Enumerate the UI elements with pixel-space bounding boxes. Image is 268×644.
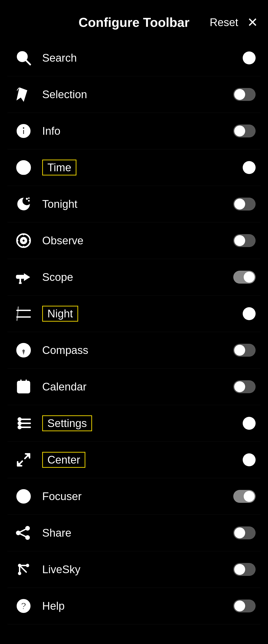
item-label-highlight-settings: Settings	[42, 415, 92, 431]
toolbar-item-focuser: Focuser	[7, 478, 261, 515]
item-label-tonight: Tonight	[35, 198, 233, 210]
share-icon	[12, 522, 35, 544]
toolbar-item-night: Night	[7, 296, 261, 332]
svg-point-12	[22, 239, 25, 242]
toggle-time[interactable]	[243, 161, 256, 174]
center-icon	[12, 449, 35, 471]
tonight-icon	[12, 193, 35, 215]
toggle-dot-tonight	[234, 198, 245, 210]
toggle-search[interactable]	[243, 52, 256, 64]
svg-point-9	[28, 198, 29, 198]
selection-icon	[12, 83, 35, 106]
toolbar-item-search: Search	[7, 40, 261, 76]
toolbar-item-settings: Settings	[7, 405, 261, 442]
toolbar-item-scope: Scope	[7, 259, 261, 296]
toolbar-item-selection: Selection	[7, 76, 261, 113]
item-label-settings: Settings	[35, 415, 243, 431]
night-icon	[12, 302, 35, 325]
toggle-scope[interactable]	[233, 271, 256, 284]
toggle-dot-observe	[234, 235, 245, 246]
svg-line-23	[17, 307, 18, 320]
svg-marker-18	[24, 274, 29, 280]
configure-toolbar-header: Configure Toolbar Reset ✕	[0, 0, 268, 40]
settings-icon	[12, 412, 35, 434]
svg-rect-27	[18, 382, 29, 393]
toggle-settings[interactable]	[243, 417, 256, 430]
svg-point-7	[26, 198, 27, 199]
toggle-dot-compass	[234, 345, 245, 356]
svg-line-45	[20, 529, 25, 532]
toggle-info[interactable]	[233, 124, 256, 138]
svg-point-41	[22, 494, 25, 498]
toolbar-item-share: Share	[7, 515, 261, 551]
item-label-selection: Selection	[35, 88, 233, 101]
toggle-dot-share	[234, 528, 245, 538]
item-label-highlight-time: Time	[42, 160, 76, 176]
toggle-help[interactable]	[233, 600, 256, 612]
toggle-dot-selection	[234, 89, 245, 100]
reset-button[interactable]: Reset	[210, 16, 238, 28]
toggle-center[interactable]	[243, 453, 256, 466]
toggle-dot-focuser	[244, 491, 255, 502]
toolbar-item-time: Time	[7, 150, 261, 186]
toolbar-item-center: Center	[7, 442, 261, 478]
item-label-calendar: Calendar	[35, 380, 233, 393]
item-label-livesky: LiveSky	[35, 563, 233, 576]
item-label-help: Help	[35, 600, 233, 612]
svg-rect-4	[23, 130, 24, 134]
info-icon	[12, 120, 35, 142]
toolbar-item-calendar: Calendar	[7, 368, 261, 405]
toggle-dot-calendar	[234, 381, 245, 392]
toggle-selection[interactable]	[233, 88, 256, 101]
toolbar-item-compass: Compass	[7, 332, 261, 368]
toolbar-item-tonight: Tonight	[7, 186, 261, 222]
compass-icon	[12, 339, 35, 362]
svg-line-1	[26, 60, 30, 64]
toggle-dot-livesky	[234, 564, 245, 575]
toggle-dot-info	[234, 126, 245, 136]
livesky-icon	[12, 558, 35, 580]
scope-icon	[12, 266, 35, 288]
toggle-observe[interactable]	[233, 234, 256, 247]
toolbar-item-livesky: LiveSky	[7, 551, 261, 588]
help-icon: ?	[12, 595, 35, 617]
svg-line-2	[17, 88, 19, 90]
svg-point-44	[16, 531, 20, 535]
toggle-calendar[interactable]	[233, 380, 256, 393]
item-label-center: Center	[35, 452, 243, 468]
item-label-focuser: Focuser	[35, 490, 233, 502]
toggle-tonight[interactable]	[233, 198, 256, 210]
toolbar-item-info: Info	[7, 113, 261, 150]
page-title: Configure Toolbar	[79, 15, 190, 30]
toggle-dot-help	[234, 600, 245, 612]
item-label-night: Night	[35, 306, 243, 322]
item-label-highlight-night: Night	[42, 306, 78, 322]
search-icon	[12, 47, 35, 69]
svg-line-52	[21, 567, 26, 572]
toggle-share[interactable]	[233, 526, 256, 539]
toggle-focuser[interactable]	[233, 490, 256, 503]
time-icon	[12, 156, 35, 179]
item-label-compass: Compass	[35, 344, 233, 356]
svg-rect-17	[16, 275, 24, 278]
svg-point-8	[28, 200, 29, 201]
svg-point-43	[25, 536, 29, 540]
toggle-night[interactable]	[243, 307, 256, 320]
close-button[interactable]: ✕	[247, 16, 258, 29]
item-label-info: Info	[35, 125, 233, 137]
svg-point-42	[25, 526, 29, 530]
svg-text:?: ?	[21, 601, 26, 611]
item-label-share: Share	[35, 527, 233, 539]
toolbar-item-help: ?Help	[7, 588, 261, 624]
observe-icon	[12, 230, 35, 252]
item-label-observe: Observe	[35, 234, 233, 247]
toolbar-items-list: SearchSelectionInfoTimeTonightObserveSco…	[0, 40, 268, 624]
toggle-livesky[interactable]	[233, 563, 256, 576]
svg-point-5	[22, 127, 24, 129]
svg-line-46	[20, 534, 25, 537]
item-label-time: Time	[35, 160, 243, 176]
toggle-dot-scope	[244, 272, 255, 282]
focuser-icon	[12, 485, 35, 508]
item-label-search: Search	[35, 52, 243, 64]
toggle-compass[interactable]	[233, 344, 256, 357]
